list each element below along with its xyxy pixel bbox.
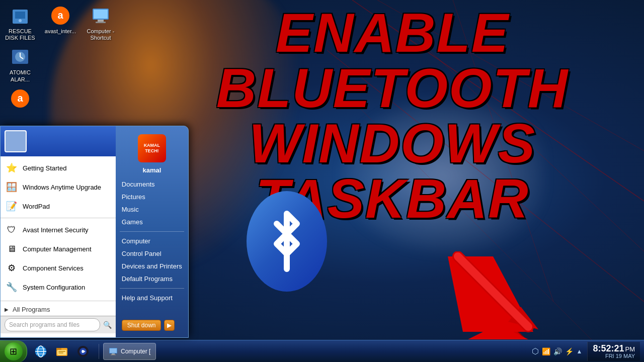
start-orb: ⊞ — [5, 342, 23, 360]
svg-rect-13 — [98, 20, 104, 22]
user-logo-text: KAMALTECH! — [144, 143, 160, 154]
start-menu-getting-started[interactable]: ⭐ Getting Started — [1, 158, 116, 177]
right-panel-divider-1 — [120, 231, 184, 232]
svg-rect-41 — [110, 348, 117, 353]
network-tray-icon[interactable]: 📶 — [542, 347, 550, 355]
search-box[interactable]: Search programs and files — [5, 318, 100, 331]
atomic-alarm-label: ATOMIC ALAR... — [3, 69, 38, 82]
start-menu: ⭐ Getting Started 🪟 Windows Anytime Upgr… — [0, 126, 189, 338]
clock-ampm: PM — [625, 345, 635, 353]
start-menu-wordpad[interactable]: 📝 WordPad — [1, 197, 116, 216]
taskbar-app-computer[interactable]: Computer [ — [103, 343, 156, 360]
taskbar: ⊞ — [0, 340, 644, 362]
user-logo: KAMALTECH! — [138, 134, 166, 162]
svg-text:a: a — [17, 93, 23, 104]
start-menu-component-services[interactable]: ⚙ Component Services — [1, 258, 116, 278]
taskbar-pin-explorer[interactable] — [52, 342, 71, 360]
wordpad-icon: 📝 — [5, 199, 19, 213]
right-computer[interactable]: Computer — [116, 235, 188, 247]
avast-icon: 🛡 — [5, 223, 19, 237]
svg-marker-22 — [448, 256, 533, 339]
all-programs-arrow: ▶ — [5, 307, 9, 312]
shutdown-row: Shut down ▶ — [116, 317, 188, 333]
user-avatar — [5, 130, 27, 152]
taskbar-pin-media-player[interactable] — [73, 342, 93, 360]
start-menu-divider-2 — [1, 301, 116, 301]
svg-line-2 — [403, 25, 644, 251]
system-tray: ⬡ 📶 🔊 ⚡ ▲ — [529, 346, 586, 356]
computer-mgmt-label: Computer Management — [23, 245, 92, 253]
start-menu-header — [1, 126, 116, 156]
avast2-icon: a — [10, 88, 31, 109]
power-tray-icon[interactable]: ⚡ — [565, 347, 574, 355]
desktop: ENABLE BLUETOOTH WINDOWS TASKBAR RESCUE … — [0, 0, 644, 362]
svg-rect-14 — [96, 22, 106, 23]
system-config-icon: 🔧 — [5, 280, 19, 294]
component-services-label: Component Services — [23, 264, 84, 272]
atomic-alarm-icon — [10, 46, 31, 67]
all-programs-item[interactable]: ▶ All Programs — [1, 303, 116, 316]
svg-rect-42 — [112, 353, 115, 354]
avast-internet-icon: a — [50, 5, 71, 26]
svg-line-0 — [352, 0, 644, 201]
right-documents[interactable]: Documents — [116, 178, 188, 191]
getting-started-label: Getting Started — [23, 164, 66, 172]
right-music[interactable]: Music — [116, 203, 188, 216]
taskbar-app-computer-label: Computer [ — [121, 348, 150, 355]
svg-rect-35 — [58, 352, 63, 353]
volume-tray-icon[interactable]: 🔊 — [553, 347, 562, 355]
svg-rect-34 — [58, 351, 65, 352]
windows-logo-icon: ⊞ — [10, 346, 17, 357]
svg-rect-7 — [15, 12, 25, 19]
clock[interactable]: 8:52:21 PM FRI 19 MAY — [587, 342, 640, 361]
right-control-panel[interactable]: Control Panel — [116, 247, 188, 260]
desktop-icon-atomic-alarm[interactable]: ATOMIC ALAR... — [3, 46, 38, 82]
start-menu-system-config[interactable]: 🔧 System Configuration — [1, 278, 116, 297]
component-services-icon: ⚙ — [5, 261, 19, 275]
icon-row-3: a — [3, 88, 118, 111]
start-menu-left-panel: ⭐ Getting Started 🪟 Windows Anytime Upgr… — [1, 126, 116, 337]
right-user-name: kamal — [116, 166, 188, 174]
all-programs-label: All Programs — [13, 306, 50, 313]
avast-label: Avast Internet Security — [23, 226, 89, 234]
notification-tray-icon[interactable]: ▲ — [577, 348, 583, 355]
svg-rect-12 — [94, 10, 108, 19]
start-menu-search-area: Search programs and files 🔍 — [1, 316, 116, 333]
taskbar-pin-ie[interactable] — [31, 342, 50, 360]
taskbar-active-apps: Computer [ — [101, 343, 525, 360]
taskbar-pinned-apps — [27, 342, 97, 360]
start-menu-divider-1 — [1, 218, 116, 218]
shutdown-arrow-button[interactable]: ▶ — [164, 320, 175, 331]
clock-date-text: FRI 19 MAY — [605, 353, 635, 359]
svg-text:a: a — [57, 10, 63, 21]
desktop-icon-computer-shortcut[interactable]: Computer - Shortcut — [83, 5, 118, 41]
start-menu-computer-mgmt[interactable]: 🖥 Computer Management — [1, 239, 116, 258]
desktop-icon-avast2[interactable]: a — [3, 88, 38, 111]
icon-row-1: RESCUE DISK FILES a avast_inter... — [3, 5, 118, 41]
windows-anytime-label: Windows Anytime Upgrade — [23, 184, 101, 191]
system-config-label: System Configuration — [23, 284, 85, 291]
getting-started-icon: ⭐ — [5, 161, 19, 175]
right-help-support[interactable]: Help and Support — [116, 292, 188, 304]
desktop-icon-avast-internet[interactable]: a avast_inter... — [43, 5, 78, 41]
clock-time: 8:52:21 — [593, 344, 624, 353]
bluetooth-big-icon — [247, 191, 327, 292]
start-menu-items: ⭐ Getting Started 🪟 Windows Anytime Upgr… — [1, 156, 116, 299]
desktop-icon-rescue-disk[interactable]: RESCUE DISK FILES — [3, 5, 38, 41]
computer-mgmt-icon: 🖥 — [5, 242, 19, 256]
right-default-programs[interactable]: Default Programs — [116, 273, 188, 285]
desktop-icons-area: RESCUE DISK FILES a avast_inter... — [3, 5, 118, 111]
bluetooth-tray-icon[interactable]: ⬡ — [532, 346, 539, 356]
shutdown-button[interactable]: Shut down — [122, 320, 162, 331]
start-menu-right-panel: KAMALTECH! kamal Documents Pictures Musi… — [116, 126, 188, 337]
svg-point-8 — [19, 19, 22, 22]
bluetooth-oval — [247, 191, 327, 292]
right-games[interactable]: Games — [116, 216, 188, 228]
computer-shortcut-label: Computer - Shortcut — [83, 28, 118, 41]
start-button[interactable]: ⊞ — [0, 340, 27, 363]
search-placeholder: Search programs and files — [9, 321, 79, 328]
start-menu-avast[interactable]: 🛡 Avast Internet Security — [1, 220, 116, 239]
right-devices-printers[interactable]: Devices and Printers — [116, 260, 188, 273]
start-menu-windows-anytime[interactable]: 🪟 Windows Anytime Upgrade — [1, 177, 116, 197]
right-pictures[interactable]: Pictures — [116, 191, 188, 203]
